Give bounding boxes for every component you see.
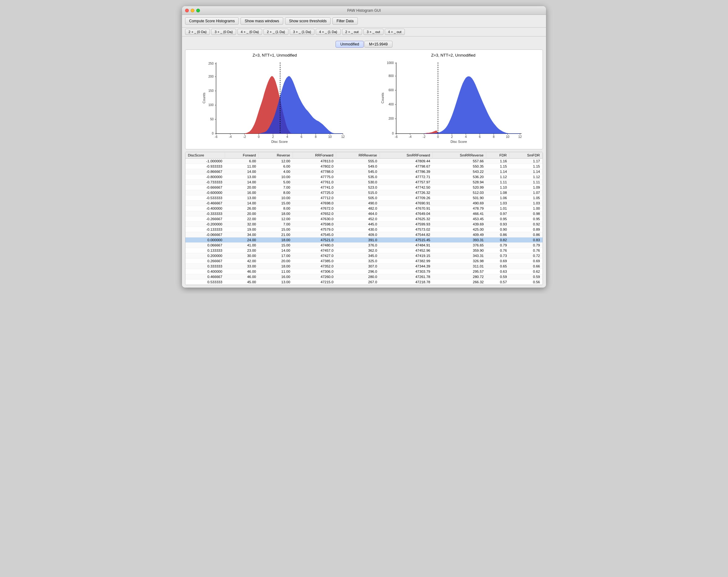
tab-4p-out[interactable]: 4 + _ out — [385, 29, 405, 35]
table-row[interactable]: 0.00000024.0018.0047521.0391.047515.4539… — [185, 238, 543, 243]
table-cell: 1.05 — [510, 195, 543, 201]
table-row[interactable]: -0.60000016.008.0047725.0515.047726.3251… — [185, 190, 543, 195]
svg-text:10: 10 — [328, 135, 332, 139]
col-reverse: Reverse — [258, 152, 292, 159]
table-row[interactable]: 0.06666741.0015.0047480.0376.047484.9137… — [185, 243, 543, 248]
tab-3p-0da[interactable]: 3 + _ {0 Da} — [211, 29, 236, 35]
svg-text:8: 8 — [493, 135, 495, 139]
table-cell: 30.00 — [225, 253, 258, 258]
tab-4p-0da[interactable]: 4 + _ {0 Da} — [237, 29, 262, 35]
filter-data-button[interactable]: Filter Data — [332, 17, 358, 25]
tab-2p-1da[interactable]: 2 + _ {1 Da} — [263, 29, 288, 35]
table-cell: 445.0 — [336, 222, 380, 227]
svg-text:800: 800 — [388, 74, 394, 78]
tab-3p-1da[interactable]: 3 + _ {1 Da} — [290, 29, 314, 35]
table-cell: 47218.78 — [380, 279, 433, 285]
modification-tabs: Unmodified M+15.9949 — [185, 39, 543, 50]
svg-text:Counts: Counts — [381, 92, 384, 103]
table-row[interactable]: -1.0000006.0012.0047813.0555.047809.4455… — [185, 159, 543, 164]
table-cell: 47786.39 — [380, 169, 433, 174]
table-cell: 47579.0 — [293, 227, 336, 232]
mass-windows-button[interactable]: Show mass windows — [240, 17, 283, 25]
table-row[interactable]: -0.20000032.007.0047598.0445.047599.9343… — [185, 222, 543, 227]
table-cell: 0.86 — [510, 232, 543, 238]
table-cell: 4.00 — [258, 169, 292, 174]
unmodified-tab[interactable]: Unmodified — [336, 41, 364, 48]
tab-4p-1da[interactable]: 4 + _ {1 Da} — [316, 29, 340, 35]
table-cell: 326.98 — [433, 258, 486, 264]
table-row[interactable]: -0.66666720.007.0047741.0523.047742.5052… — [185, 185, 543, 190]
table-cell: 13.00 — [225, 195, 258, 201]
col-smfdr: SmFDR — [510, 152, 543, 159]
table-cell: 47725.0 — [293, 190, 336, 195]
table-cell: 14.00 — [258, 248, 292, 253]
table-cell: 0.73 — [486, 253, 510, 258]
table-cell: 8.00 — [258, 190, 292, 195]
table-row[interactable]: 0.53333345.0013.0047215.0267.047218.7826… — [185, 279, 543, 285]
table-cell: 0.066667 — [185, 243, 225, 248]
table-cell: 464.0 — [336, 211, 380, 216]
charge-tabs: 2 + _ {0 Da} 3 + _ {0 Da} 4 + _ {0 Da} 2… — [182, 28, 546, 36]
table-row[interactable]: -0.33333320.0018.0047652.0464.047649.044… — [185, 211, 543, 216]
close-button[interactable] — [185, 9, 189, 12]
table-cell: 0.93 — [486, 222, 510, 227]
tab-3p-out[interactable]: 3 + _ out — [363, 29, 384, 35]
table-cell: 47544.82 — [380, 232, 433, 238]
table-cell: 8.00 — [258, 206, 292, 211]
table-cell: 47419.15 — [380, 253, 433, 258]
table-row[interactable]: 0.40000046.0011.0047306.0296.047303.7929… — [185, 269, 543, 274]
table-cell: -0.800000 — [185, 174, 225, 180]
table-cell: 12.00 — [258, 159, 292, 164]
table-row[interactable]: -0.80000013.0010.0047775.0535.047772.715… — [185, 174, 543, 180]
main-window: PAW Histogram GUI Compute Score Histogra… — [182, 6, 546, 287]
table-row[interactable]: -0.13333319.0015.0047579.0430.047573.024… — [185, 227, 543, 232]
data-table[interactable]: DiscScore Forward Reverse RRForward RRRe… — [185, 152, 543, 285]
table-cell: 0.69 — [486, 258, 510, 264]
table-row[interactable]: -0.06666734.0021.0047545.0409.047544.824… — [185, 232, 543, 238]
table-cell: 1.11 — [510, 180, 543, 185]
table-row[interactable]: -0.73333314.005.0047761.0530.047757.9752… — [185, 180, 543, 185]
svg-text:12: 12 — [341, 135, 345, 139]
table-cell: 20.00 — [225, 211, 258, 216]
table-row[interactable]: 0.20000030.0017.0047427.0345.047419.1534… — [185, 253, 543, 258]
table-cell: 14.00 — [225, 201, 258, 206]
table-cell: 0.59 — [510, 274, 543, 279]
table-cell: 0.82 — [486, 238, 510, 243]
table-row[interactable]: 0.33333333.0018.0047352.0307.047344.3931… — [185, 264, 543, 269]
table-row[interactable]: 0.26666742.0020.0047385.0325.047382.9932… — [185, 258, 543, 264]
table-row[interactable]: 0.13333323.0014.0047457.0362.047452.9635… — [185, 248, 543, 253]
table-cell: 1.11 — [486, 180, 510, 185]
table-cell: 47521.0 — [293, 238, 336, 243]
svg-text:150: 150 — [208, 89, 213, 92]
minimize-button[interactable] — [191, 9, 194, 12]
modified-tab[interactable]: M+15.9949 — [364, 41, 392, 48]
table-cell: 343.31 — [433, 253, 486, 258]
table-row[interactable]: -0.93333311.006.0047802.0549.047798.6755… — [185, 164, 543, 169]
table-cell: 528.94 — [433, 180, 486, 185]
table-cell: 0.76 — [486, 248, 510, 253]
table-row[interactable]: -0.46666714.0015.0047698.0490.047690.914… — [185, 201, 543, 206]
table-cell: 530.0 — [336, 180, 380, 185]
table-cell: 10.00 — [258, 195, 292, 201]
table-row[interactable]: -0.40000026.008.0047672.0482.047670.9147… — [185, 206, 543, 211]
table-cell: 535.0 — [336, 174, 380, 180]
table-row[interactable]: -0.26666722.0012.0047630.0452.047625.324… — [185, 216, 543, 222]
table-cell: 16.00 — [258, 274, 292, 279]
tab-2p-out[interactable]: 2 + _ out — [342, 29, 362, 35]
table-cell: 47709.26 — [380, 195, 433, 201]
table-cell: 47813.0 — [293, 159, 336, 164]
table-cell: 280.72 — [433, 274, 486, 279]
table-cell: 10.00 — [258, 174, 292, 180]
table-row[interactable]: -0.53333313.0010.0047712.0505.047709.265… — [185, 195, 543, 201]
score-thresholds-button[interactable]: Show score thresholds — [285, 17, 331, 25]
table-cell: 21.00 — [258, 232, 292, 238]
chart-panel: Z=3, NTT=1, Unmodified 0 50 — [185, 50, 543, 149]
table-cell: 1.03 — [510, 201, 543, 206]
table-row[interactable]: -0.86666714.004.0047788.0545.047786.3954… — [185, 169, 543, 174]
maximize-button[interactable] — [196, 9, 200, 12]
svg-text:1000: 1000 — [387, 61, 394, 65]
compute-button[interactable]: Compute Score Histograms — [185, 17, 239, 25]
tab-2p-0da[interactable]: 2 + _ {0 Da} — [185, 29, 210, 35]
table-cell: 15.00 — [258, 243, 292, 248]
table-row[interactable]: 0.46666746.0016.0047260.0280.047261.7828… — [185, 274, 543, 279]
